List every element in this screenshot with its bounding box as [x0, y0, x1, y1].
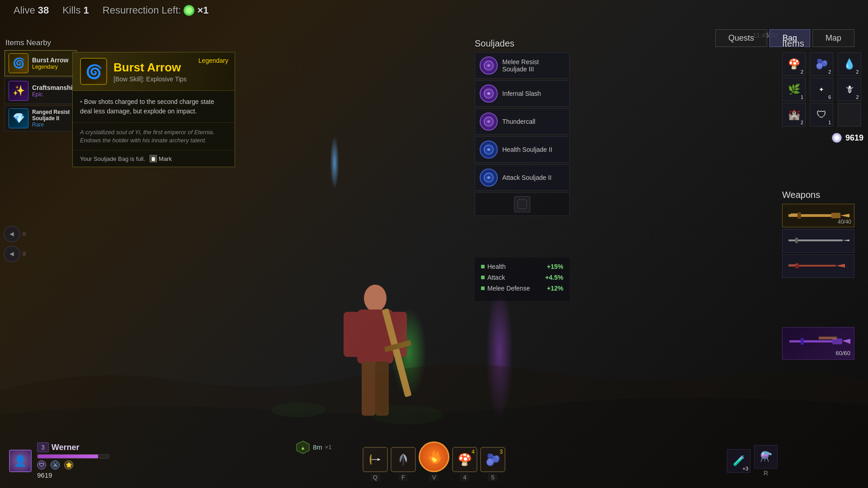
- svg-marker-33: [842, 339, 850, 344]
- kills-label: Kills: [62, 5, 80, 16]
- svg-marker-28: [836, 264, 845, 267]
- souljade-4-name: Health Souljade II: [502, 146, 552, 153]
- souljade-2-name: Infernal Slash: [502, 90, 541, 97]
- inv-slot-5[interactable]: ✦6: [810, 78, 833, 101]
- nav-group-2[interactable]: ◄ ②: [4, 246, 27, 262]
- inv-slot-8[interactable]: 🛡1: [810, 103, 833, 127]
- skill-bar: Q F V 🍄 4 4 🫐: [363, 441, 505, 481]
- inv-slot-6[interactable]: 🗡2: [838, 78, 861, 101]
- nearby-item-3[interactable]: 💎 Ranged Resist Souljade II Rare: [5, 105, 77, 131]
- player-stats-row: 🛡 ⚔ 🌟: [37, 460, 109, 469]
- bottom-inv-slot-2[interactable]: ⚗️: [754, 445, 778, 469]
- nav-circle-1[interactable]: ◄: [4, 226, 20, 242]
- items-grid: 🍄2 🫐2 💧2 🌿1 ✦6 🗡2 🏰2 🛡1: [782, 52, 863, 127]
- inv-slot-7-count: 2: [801, 120, 803, 125]
- weapon-1-count: 40/40: [838, 219, 851, 225]
- nav-label-1: ①: [22, 231, 27, 237]
- svg-rect-10: [375, 361, 389, 416]
- souljade-4[interactable]: Health Souljade II: [475, 136, 570, 163]
- nav-circle-2[interactable]: ◄: [4, 246, 20, 262]
- souljade-4-icon: [480, 141, 498, 159]
- tooltip-body: Bow shots charged to the second charge s…: [73, 91, 235, 123]
- inv-slot-1[interactable]: 🍄2: [782, 52, 806, 76]
- distance-text: 8m: [313, 443, 322, 451]
- player-info: 👤 3 Werner 🛡 ⚔ 🌟 9619 ▲ 8m ×1: [9, 442, 160, 479]
- attack-label: Attack: [487, 274, 505, 281]
- health-dot: [481, 265, 485, 268]
- player-icon-2: ⚔: [51, 460, 60, 469]
- nearby-item-2[interactable]: ✨ Craftsmanship Epic: [5, 78, 77, 104]
- nav-group-1[interactable]: ◄ ①: [4, 226, 27, 242]
- feather-icon: [396, 452, 411, 467]
- weapon-3-img: [786, 259, 849, 273]
- melee-stat-label: Melee Defense: [481, 285, 530, 292]
- weapon-slot-3[interactable]: [782, 254, 854, 278]
- attack-value: +4.5%: [545, 274, 563, 281]
- purple-weapon-1[interactable]: 60/60: [782, 327, 854, 360]
- player-icon-1: 🛡: [37, 460, 46, 469]
- weapon-slot-1[interactable]: 40/40: [782, 204, 854, 227]
- weapon-2-img: [786, 234, 849, 248]
- svg-rect-29: [795, 263, 799, 268]
- souljade-2[interactable]: Infernal Slash: [475, 80, 570, 107]
- nearby-item-1-rarity: Legendary: [32, 64, 68, 70]
- alive-count: 38: [38, 5, 49, 16]
- inv-slot-1-count: 2: [801, 69, 803, 75]
- souljade-1-name: Melee Resist Souljade III: [502, 58, 565, 73]
- health-stat-label: Health: [481, 263, 505, 270]
- bottom-inv-slot-1[interactable]: 🧪 +3: [727, 449, 750, 473]
- inv-slot-3[interactable]: 💧2: [838, 52, 861, 76]
- souljade-5-icon: [480, 169, 498, 187]
- skill-icon-4[interactable]: 🍄 4: [452, 447, 477, 472]
- tooltip-item-icon: 🌀: [80, 58, 107, 85]
- svg-rect-9: [362, 361, 375, 416]
- nearby-item-1-icon: 🌀: [9, 53, 28, 73]
- tooltip-lore: A crystallized soul of Yi, the first emp…: [73, 123, 235, 150]
- souljade-6-empty[interactable]: [475, 192, 570, 216]
- skill-icon-5[interactable]: 🫐 3: [480, 447, 505, 472]
- player-level-badge: 3: [37, 442, 49, 452]
- quests-button[interactable]: Quests: [715, 29, 767, 47]
- weapon-slot-2[interactable]: [782, 229, 854, 253]
- inv-slot-4-count: 1: [801, 94, 803, 100]
- items-nearby-title: Items Nearby: [5, 38, 77, 47]
- weapons-panel: Weapons 40/40: [782, 190, 863, 280]
- nearby-item-3-icon: 💎: [9, 108, 28, 128]
- souljade-5[interactable]: Attack Souljade II: [475, 164, 570, 191]
- skill-key-v: V: [429, 474, 439, 481]
- svg-point-0: [271, 403, 326, 417]
- souljade-5-name: Attack Souljade II: [502, 174, 552, 181]
- alive-label: Alive: [14, 5, 35, 16]
- skill-icon-q[interactable]: [363, 447, 388, 472]
- inv-slot-4[interactable]: 🌿1: [782, 78, 806, 101]
- mark-button[interactable]: 📋 Mark: [150, 155, 172, 162]
- player-level-name-row: 3 Werner: [37, 442, 109, 452]
- alive-stat: Alive 38: [14, 5, 49, 16]
- inv-slot-2[interactable]: 🫐2: [810, 52, 833, 76]
- souljade-3[interactable]: Thundercall: [475, 108, 570, 135]
- inv-slot-6-count: 2: [856, 94, 859, 100]
- inv-slot-9[interactable]: [838, 103, 861, 127]
- player-hp-fill: [38, 455, 98, 458]
- skill-key-5: 5: [488, 474, 497, 481]
- inv-slot-5-count: 6: [828, 94, 831, 100]
- nearby-item-1-name: Burst Arrow: [32, 56, 68, 64]
- gold-icon: [832, 133, 842, 143]
- fire-icon: [425, 448, 443, 466]
- nearby-item-1[interactable]: 🌀 Burst Arrow Legendary: [5, 50, 77, 76]
- souljade-3-name: Thundercall: [502, 118, 535, 125]
- item-tooltip: 🌀 Burst Arrow [Bow Skill]: Explosive Tip…: [72, 52, 235, 167]
- player-icon-3: 🌟: [64, 460, 73, 469]
- souljade-3-icon: [480, 113, 498, 131]
- inv-slot-7[interactable]: 🏰2: [782, 103, 806, 127]
- inv-slot-8-count: 1: [828, 120, 831, 125]
- skill-key-q: Q: [370, 474, 380, 481]
- svg-rect-20: [831, 213, 840, 218]
- skill-icon-v[interactable]: [419, 441, 449, 472]
- souljades-title: Souljades: [475, 38, 570, 49]
- resurrection-stat: Resurrection Left: ×1: [103, 5, 209, 16]
- melee-stat-row: Melee Defense +12%: [481, 285, 563, 292]
- souljade-1[interactable]: Melee Resist Souljade III: [475, 52, 570, 79]
- skill-icon-f[interactable]: [391, 447, 416, 472]
- svg-marker-40: [377, 458, 380, 461]
